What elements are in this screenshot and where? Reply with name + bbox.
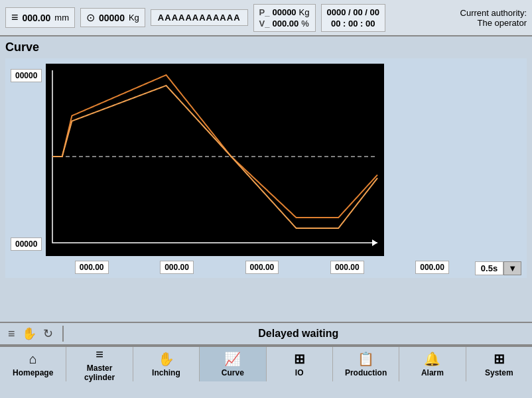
pv-box: P_ 00000 Kg V_ 000.00 %	[253, 4, 316, 32]
distance-unit: mm	[54, 13, 69, 23]
x-row: 000.00000.00000.00000.00000.00 0.5s ▼	[11, 259, 521, 275]
code-display: AAAAAAAAAAAA	[151, 9, 248, 26]
time-dropdown-arrow[interactable]: ▼	[503, 261, 521, 275]
x-label: 000.00	[415, 261, 449, 274]
master-cylinder-icon: ≡	[96, 347, 103, 362]
nav-label-io: IO	[295, 368, 304, 377]
time-value: 0.5s	[475, 261, 503, 275]
v-unit: %	[301, 19, 309, 29]
curve-icon: 📈	[224, 351, 241, 367]
status-text: Delayed waiting	[73, 328, 524, 340]
chart-container: 00000 00000 000.00000.00000.00000.00000.…	[5, 58, 527, 278]
distance-segment: ≡ 000.00 mm	[5, 7, 75, 28]
distance-icon: ≡	[11, 11, 19, 25]
alarm-icon: 🔔	[424, 351, 440, 367]
status-icon-2: ✋	[22, 326, 36, 341]
weight-icon: ⊙	[86, 11, 95, 24]
io-icon: ⊞	[294, 351, 305, 367]
p-label: P_	[259, 7, 270, 17]
authority-line2: The operator	[460, 18, 527, 28]
p-value: 00000	[272, 7, 296, 17]
datetime-box: 0000 / 00 / 00 00 : 00 : 00	[321, 4, 386, 32]
p-unit: Kg	[299, 7, 310, 17]
nav-label-system: System	[485, 368, 513, 377]
weight-unit: Kg	[129, 13, 139, 23]
nav-item-homepage[interactable]: ⌂ Homepage	[0, 347, 66, 381]
nav-label-master-cylinder: Mastercylinder	[84, 364, 115, 382]
bottom-nav: ⌂ Homepage ≡ Mastercylinder ✋ Inching 📈 …	[0, 346, 532, 381]
nav-label-inching: Inching	[152, 368, 180, 377]
production-icon: 📋	[358, 351, 374, 367]
nav-label-alarm: Alarm	[421, 368, 444, 377]
nav-item-inching[interactable]: ✋ Inching	[133, 347, 200, 381]
nav-label-curve: Curve	[222, 368, 244, 377]
status-icon-1: ≡	[8, 327, 15, 341]
y-labels: 00000 00000	[11, 64, 42, 256]
y-top-label: 00000	[11, 69, 42, 82]
nav-item-production[interactable]: 📋 Production	[333, 347, 399, 381]
status-icon-3: ↻	[43, 326, 53, 341]
system-icon: ⊞	[494, 351, 505, 367]
x-label: 000.00	[330, 261, 364, 274]
nav-item-system[interactable]: ⊞ System	[466, 347, 532, 381]
status-divider	[62, 326, 64, 342]
chart-area: 00000 00000	[11, 64, 521, 256]
main-content: Curve 00000 00000 000.00000.00000.00000.…	[0, 36, 532, 322]
status-bar: ≡ ✋ ↻ Delayed waiting	[0, 322, 532, 346]
weight-value: 00000	[99, 13, 125, 23]
inching-icon: ✋	[158, 351, 174, 367]
v-label: V_	[259, 19, 270, 29]
weight-segment: ⊙ 00000 Kg	[80, 8, 145, 27]
authority-line1: Current authority:	[460, 8, 527, 18]
time-display: 00 : 00 : 00	[331, 19, 375, 29]
v-value: 000.00	[272, 19, 299, 29]
nav-item-master-cylinder[interactable]: ≡ Mastercylinder	[66, 347, 133, 381]
x-labels: 000.00000.00000.00000.00000.00	[49, 261, 475, 274]
x-label: 000.00	[245, 261, 279, 274]
top-bar: ≡ 000.00 mm ⊙ 00000 Kg AAAAAAAAAAAA P_ 0…	[0, 0, 532, 36]
chart-canvas	[46, 64, 521, 256]
x-label: 000.00	[75, 261, 109, 274]
page-title: Curve	[5, 40, 527, 54]
date-display: 0000 / 00 / 00	[327, 7, 380, 17]
home-icon: ⌂	[29, 352, 37, 367]
nav-label-production: Production	[345, 368, 387, 377]
distance-value: 000.00	[23, 13, 51, 23]
nav-item-alarm[interactable]: 🔔 Alarm	[399, 347, 466, 381]
curve-canvas	[46, 64, 384, 256]
y-bottom-label: 00000	[11, 237, 42, 251]
x-label: 000.00	[160, 261, 194, 274]
authority-box: Current authority: The operator	[460, 8, 527, 28]
nav-item-io[interactable]: ⊞ IO	[267, 347, 333, 381]
nav-label-homepage: Homepage	[13, 368, 53, 377]
nav-item-curve[interactable]: 📈 Curve	[200, 347, 266, 381]
time-selector[interactable]: 0.5s ▼	[475, 261, 521, 275]
